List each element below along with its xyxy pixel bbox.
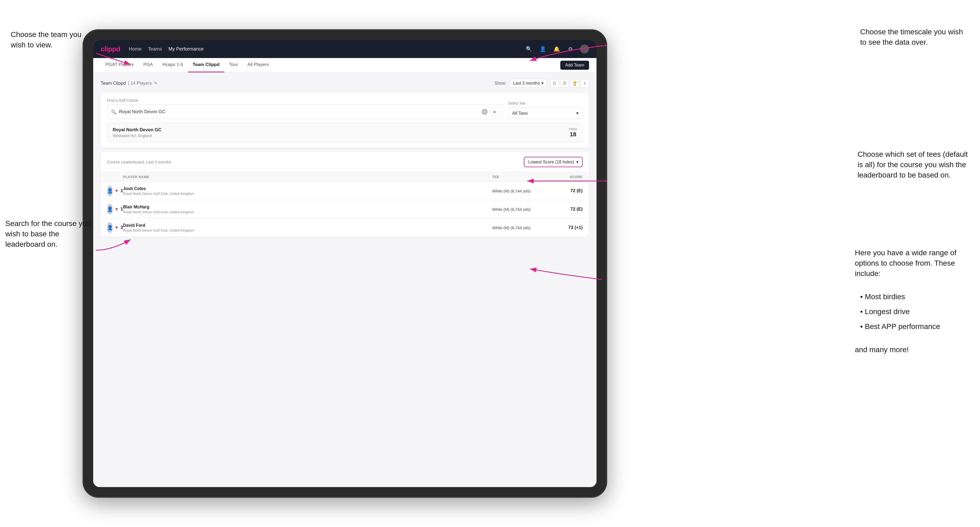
rank-number: 1 bbox=[121, 206, 123, 212]
bullet-drive: • Longest drive bbox=[860, 304, 969, 319]
player-avatar: 👤 bbox=[107, 186, 113, 196]
subnav-hcaps[interactable]: Hcaps 1-5 bbox=[158, 58, 188, 72]
tee-info: White (M) (6,744 yds) bbox=[492, 207, 546, 211]
grid-view-button[interactable]: ☷ bbox=[550, 79, 559, 87]
search-row: Find a Golf Course 🔍 ✕ ★ Select Tee All … bbox=[107, 98, 583, 119]
table-row[interactable]: 👤 ♥ 1 Blair McHarg Royal North Devon Gol… bbox=[101, 200, 589, 219]
trophy-view-button[interactable]: 🏆 bbox=[570, 79, 579, 87]
chevron-down-icon: ▾ bbox=[576, 110, 579, 116]
tee-select-field: Select Tee All Tees ▾ bbox=[508, 101, 583, 119]
course-search-input-wrap: 🔍 ✕ ★ bbox=[107, 105, 503, 119]
search-icon: 🔍 bbox=[111, 110, 116, 114]
nav-home[interactable]: Home bbox=[129, 46, 142, 52]
subnav-pga[interactable]: PGA bbox=[138, 58, 158, 72]
course-result-row[interactable]: Royal North Devon GC Westward Ho!, Engla… bbox=[107, 123, 583, 142]
player-score: 73 (+1) bbox=[546, 225, 583, 230]
bullet-birdies: • Most birdies bbox=[860, 289, 969, 304]
annotation-choose-tees: Choose which set of tees (default is all… bbox=[858, 149, 972, 181]
ipad-screen: clippd Home Teams My Performance 🔍 👤 🔔 ⚙… bbox=[93, 40, 597, 487]
table-row[interactable]: 👤 ♥ 1 Josh Coles Royal North Devon Golf … bbox=[101, 182, 589, 200]
leaderboard-section: Course Leaderboard, Last 3 months Lowest… bbox=[101, 152, 589, 237]
col-header-player-name: PLAYER NAME bbox=[123, 175, 492, 179]
favorite-button[interactable]: ★ bbox=[490, 108, 499, 116]
rank-number: 3 bbox=[121, 225, 123, 230]
col-header-player bbox=[107, 175, 123, 179]
team-name: Team Clippd bbox=[101, 81, 126, 86]
find-course-label: Find a Golf Course bbox=[107, 98, 503, 103]
subnav-tour[interactable]: Tour bbox=[224, 58, 243, 72]
score-type-dropdown[interactable]: Lowest Score (18 holes) ▾ bbox=[524, 157, 583, 167]
player-info-col: Blair McHarg Royal North Devon Golf Club… bbox=[123, 205, 492, 214]
player-rank-col: 👤 ♥ 1 bbox=[107, 204, 123, 214]
holes-badge: Holes 18 bbox=[569, 127, 577, 138]
user-avatar[interactable] bbox=[580, 44, 589, 54]
time-range-dropdown[interactable]: Last 3 months ▾ bbox=[510, 79, 547, 87]
show-controls: Show: Last 3 months ▾ ☷ ☶ 🏆 ⇩ bbox=[495, 79, 589, 87]
player-club: Royal North Devon Golf Club, United King… bbox=[123, 210, 492, 214]
leaderboard-header: Course Leaderboard, Last 3 months Lowest… bbox=[101, 152, 589, 172]
chevron-down-icon: ▾ bbox=[541, 81, 544, 86]
player-info-col: Josh Coles Royal North Devon Golf Club, … bbox=[123, 186, 492, 195]
navbar: clippd Home Teams My Performance 🔍 👤 🔔 ⚙ bbox=[93, 40, 597, 58]
col-header-score: SCORE bbox=[546, 175, 583, 179]
app-logo: clippd bbox=[101, 45, 120, 53]
annotation-choose-timescale: Choose the timescale you wish to see the… bbox=[860, 27, 967, 48]
notification-icon[interactable]: 🔔 bbox=[552, 45, 561, 53]
search-icon[interactable]: 🔍 bbox=[525, 45, 533, 53]
tee-dropdown[interactable]: All Tees ▾ bbox=[508, 108, 583, 119]
search-clear-button[interactable]: ✕ bbox=[482, 109, 488, 115]
player-score: 72 (E) bbox=[546, 206, 583, 212]
profile-icon[interactable]: 👤 bbox=[538, 45, 547, 53]
heart-icon: ♥ bbox=[115, 189, 118, 193]
player-name: Josh Coles bbox=[123, 186, 492, 191]
bullet-app: • Best APP performance bbox=[860, 319, 969, 334]
list-view-button[interactable]: ☶ bbox=[560, 79, 569, 87]
player-rank-col: 👤 ♥ 1 bbox=[107, 186, 123, 196]
course-info: Royal North Devon GC Westward Ho!, Engla… bbox=[113, 127, 161, 138]
player-club: Royal North Devon Golf Club, United King… bbox=[123, 229, 492, 232]
view-toggle-group: ☷ ☶ 🏆 ⇩ bbox=[550, 79, 589, 87]
ipad-frame: clippd Home Teams My Performance 🔍 👤 🔔 ⚙… bbox=[83, 29, 607, 498]
settings-icon[interactable]: ⚙ bbox=[566, 45, 575, 53]
chevron-down-icon: ▾ bbox=[576, 159, 578, 165]
team-header: Team Clippd | 14 Players ✎ Show: Last 3 … bbox=[101, 79, 589, 87]
table-row[interactable]: 👤 ♥ 3 David Ford Royal North Devon Golf … bbox=[101, 219, 589, 237]
subnav-right: Add Team bbox=[560, 61, 589, 70]
team-title: Team Clippd | 14 Players ✎ bbox=[101, 81, 158, 86]
add-team-button[interactable]: Add Team bbox=[560, 61, 589, 70]
subnav-pgat[interactable]: PGAT Players bbox=[101, 58, 138, 72]
select-tee-label: Select Tee bbox=[508, 101, 583, 105]
export-button[interactable]: ⇩ bbox=[581, 79, 589, 87]
player-name: Blair McHarg bbox=[123, 205, 492, 210]
and-more: and many more! bbox=[855, 344, 969, 355]
subnav-all-players[interactable]: All Players bbox=[243, 58, 274, 72]
nav-teams[interactable]: Teams bbox=[148, 46, 162, 52]
leaderboard-title: Course Leaderboard, Last 3 months bbox=[107, 159, 171, 165]
navbar-right: 🔍 👤 🔔 ⚙ bbox=[525, 44, 589, 54]
navbar-links: Home Teams My Performance bbox=[129, 46, 204, 52]
tee-info: White (M) (6,744 yds) bbox=[492, 189, 546, 193]
course-location: Westward Ho!, England bbox=[113, 133, 161, 138]
table-header: PLAYER NAME TEE SCORE bbox=[101, 172, 589, 182]
player-avatar: 👤 bbox=[107, 222, 113, 233]
annotation-options: Here you have a wide range of options to… bbox=[855, 248, 969, 355]
course-search-input[interactable] bbox=[119, 109, 479, 114]
subnav-team-clippd[interactable]: Team Clippd bbox=[188, 58, 224, 72]
team-player-count: | 14 Players bbox=[128, 81, 152, 86]
show-label: Show: bbox=[495, 81, 506, 86]
holes-label: Holes bbox=[569, 127, 577, 131]
col-header-tee: TEE bbox=[492, 175, 546, 179]
player-rank-col: 👤 ♥ 3 bbox=[107, 222, 123, 233]
course-search-field: Find a Golf Course 🔍 ✕ ★ bbox=[107, 98, 503, 119]
tee-info: White (M) (6,744 yds) bbox=[492, 225, 546, 230]
heart-icon: ♥ bbox=[115, 207, 118, 211]
course-search-section: Find a Golf Course 🔍 ✕ ★ Select Tee All … bbox=[101, 93, 589, 148]
rank-number: 1 bbox=[121, 188, 123, 194]
holes-value: 18 bbox=[569, 131, 577, 138]
nav-my-performance[interactable]: My Performance bbox=[169, 46, 204, 52]
subnav: PGAT Players PGA Hcaps 1-5 Team Clippd T… bbox=[93, 58, 597, 72]
edit-team-icon[interactable]: ✎ bbox=[154, 81, 158, 86]
annotation-search-course: Search for the course you wish to base t… bbox=[5, 218, 96, 250]
player-club: Royal North Devon Golf Club, United King… bbox=[123, 192, 492, 195]
annotation-choose-team: Choose the team you wish to view. bbox=[11, 29, 96, 50]
